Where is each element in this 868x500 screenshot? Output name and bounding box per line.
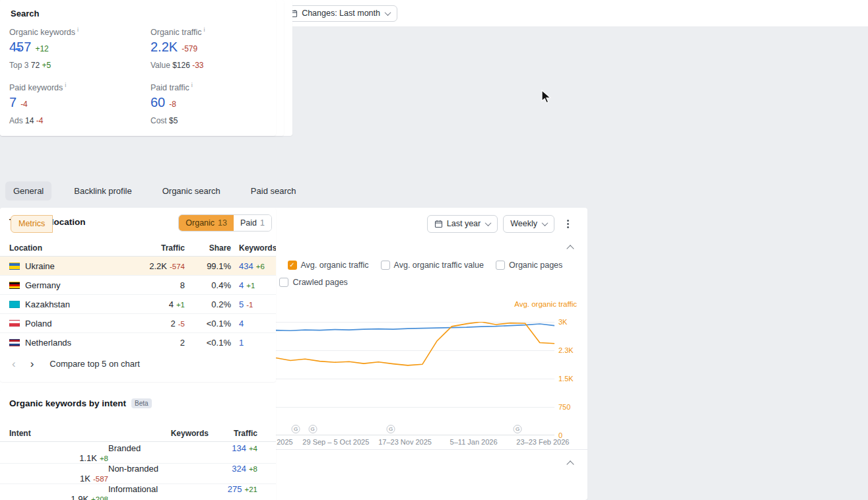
info-icon bbox=[63, 83, 66, 92]
toggle-organic[interactable]: Organic13 bbox=[179, 215, 234, 231]
chevron-down-icon bbox=[485, 220, 492, 226]
metric-value[interactable]: 457 bbox=[9, 40, 31, 55]
location-table-footer: ‹ › Compare top 5 on chart bbox=[9, 358, 140, 369]
traffic-by-location-card: Traffic by location Organic13 Paid1 Loca… bbox=[0, 208, 276, 382]
card-title: Search bbox=[11, 9, 39, 18]
toggle-paid[interactable]: Paid1 bbox=[234, 215, 271, 231]
organic-traffic-metric: Organic traffic 2.2K-579 Value $126 -33 bbox=[150, 26, 205, 70]
keywords-link[interactable]: 434 bbox=[239, 261, 253, 271]
checkbox-crawled-pages[interactable]: Crawled pages bbox=[279, 278, 347, 287]
poland-flag-icon bbox=[9, 320, 20, 327]
section-tabs: General Backlink profile Organic search … bbox=[5, 181, 304, 201]
checkbox-organic-pages[interactable]: Organic pages bbox=[496, 261, 562, 270]
chevron-down-icon bbox=[542, 220, 549, 226]
changes-filter[interactable]: Changes: Last month bbox=[282, 5, 397, 22]
mouse-cursor bbox=[541, 90, 552, 104]
chart-range-controls: Last year Weekly bbox=[427, 215, 577, 233]
checkbox-icon bbox=[496, 261, 505, 270]
tab-organic-search[interactable]: Organic search bbox=[154, 181, 228, 201]
kazakhstan-flag-icon bbox=[9, 301, 20, 308]
ukraine-flag-icon bbox=[9, 263, 20, 270]
metric-value[interactable]: 2.2K bbox=[150, 40, 178, 55]
right-axis-ticks: 3K2.3K1.5K7500 bbox=[558, 322, 582, 435]
keywords-link[interactable]: 4 bbox=[239, 280, 244, 290]
paid-traffic-metric: Paid traffic 60-8 Cost $5 bbox=[150, 82, 193, 125]
google-update-marker-icon[interactable]: G bbox=[292, 425, 300, 433]
prev-page-icon[interactable]: ‹ bbox=[9, 358, 18, 369]
next-page-icon[interactable]: › bbox=[28, 358, 37, 369]
beta-badge: Beta bbox=[131, 398, 152, 408]
metric-value[interactable]: 60 bbox=[150, 95, 165, 110]
google-update-marker-icon[interactable]: G bbox=[514, 425, 522, 433]
keywords-link[interactable]: 134 bbox=[232, 443, 246, 453]
checkbox-icon bbox=[279, 278, 288, 287]
search-card: Search Organic keywords 457+12 Top 3 72 … bbox=[0, 0, 276, 136]
compare-top5-link[interactable]: Compare top 5 on chart bbox=[50, 359, 140, 369]
info-icon bbox=[75, 28, 79, 37]
checkbox-icon bbox=[288, 261, 297, 270]
location-row-kazakhstan[interactable]: Kazakhstan 4+1 0.2% 5-1 bbox=[0, 295, 276, 314]
filter-label: Changes: Last month bbox=[302, 9, 380, 18]
keywords-by-intent-card: Organic keywords by intentBeta Intent Ke… bbox=[0, 389, 276, 500]
checkbox-icon bbox=[381, 261, 390, 270]
checkbox-avg-organic-traffic-value[interactable]: Avg. organic traffic value bbox=[381, 261, 484, 270]
chevron-down-icon bbox=[385, 9, 391, 16]
intent-row-informational[interactable]: Informational 275+21 1.9K+208 bbox=[0, 484, 276, 500]
location-row-poland[interactable]: Poland 2-5 <0.1% 4 bbox=[0, 314, 276, 333]
collapse-performance-icon[interactable] bbox=[566, 245, 574, 252]
card-title: Organic keywords by intentBeta bbox=[9, 398, 152, 408]
info-icon bbox=[202, 28, 205, 37]
germany-flag-icon bbox=[9, 282, 20, 289]
google-update-marker-icon[interactable]: G bbox=[387, 425, 395, 433]
metric-value[interactable]: 7 bbox=[9, 95, 17, 110]
keywords-link[interactable]: 275 bbox=[228, 484, 242, 494]
keywords-link[interactable]: 4 bbox=[239, 319, 244, 328]
tab-backlink-profile[interactable]: Backlink profile bbox=[66, 181, 139, 201]
metrics-button[interactable]: Metrics bbox=[11, 215, 53, 233]
location-row-ukraine[interactable]: Ukraine 2.2K-574 99.1% 434+6 bbox=[0, 257, 276, 276]
granularity-button[interactable]: Weekly bbox=[503, 215, 554, 233]
intent-row-non-branded[interactable]: Non-branded 324+8 1K-587 bbox=[0, 464, 276, 484]
info-icon bbox=[189, 83, 193, 92]
calendar-icon bbox=[434, 220, 443, 228]
location-row-netherlands[interactable]: Netherlands 2 <0.1% 1 bbox=[0, 333, 276, 352]
tab-paid-search[interactable]: Paid search bbox=[243, 181, 304, 201]
checkbox-avg-organic-traffic[interactable]: Avg. organic traffic bbox=[288, 261, 369, 270]
intent-row-branded[interactable]: Branded 134+4 1.1K+8 bbox=[0, 443, 276, 464]
paid-keywords-metric: Paid keywords 7-4 Ads 14 -4 bbox=[9, 82, 66, 125]
keywords-link[interactable]: 5 bbox=[239, 299, 244, 309]
more-options-icon[interactable] bbox=[560, 215, 577, 233]
keywords-link[interactable]: 324 bbox=[232, 464, 246, 474]
organic-paid-toggle: Organic13 Paid1 bbox=[178, 214, 272, 232]
netherlands-flag-icon bbox=[9, 339, 20, 346]
date-range-button[interactable]: Last year bbox=[427, 215, 498, 233]
keywords-link[interactable]: 1 bbox=[239, 338, 244, 348]
ahrefs-dashboard: Monthly volume All locations Best links:… bbox=[0, 0, 868, 500]
right-axis-legend: Avg. organic traffic bbox=[514, 300, 577, 308]
tab-general[interactable]: General bbox=[5, 181, 51, 201]
location-table-header: Location Traffic Share Keywords bbox=[0, 239, 276, 257]
intent-table-header: Intent Keywords Traffic bbox=[0, 425, 276, 442]
location-row-germany[interactable]: Germany 8 0.4% 4+1 bbox=[0, 276, 276, 295]
google-update-marker-icon[interactable]: G bbox=[308, 425, 317, 433]
